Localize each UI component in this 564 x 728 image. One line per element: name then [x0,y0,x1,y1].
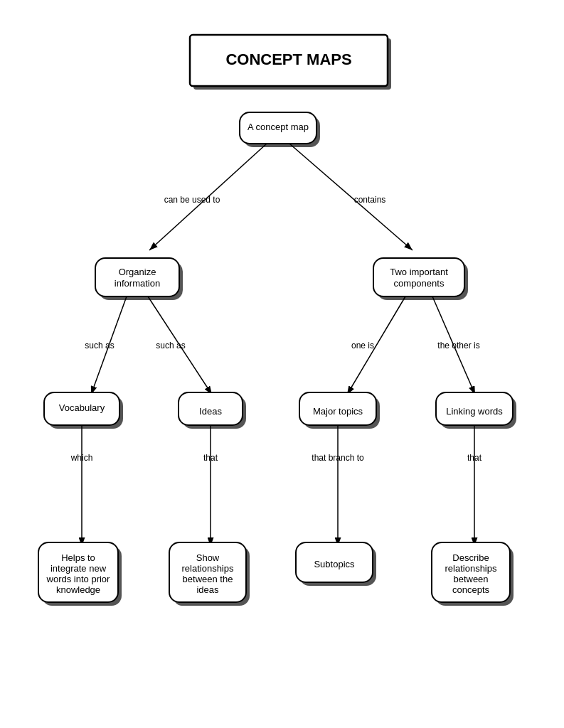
major-node-text: Major topics [313,406,363,417]
integrate-text3: words into prior [46,574,111,584]
integrate-text4: knowledge [56,584,100,595]
vocab-node-text: Vocabulary [59,402,105,413]
describe-text3: between [453,574,488,584]
arrow-root-right [289,144,413,250]
show-text2: relationships [182,563,234,574]
link-label-root-left: can be used to [164,195,220,205]
right-mid-node-text2: components [394,278,445,289]
right-mid-node-text: Two important [390,267,448,277]
link-label-left-ideas: such as [156,341,185,350]
show-text1: Show [196,552,220,563]
integrate-text1: Helps to [61,552,95,563]
describe-text4: concepts [452,584,490,595]
link-label-right-linking: the other is [437,341,479,350]
show-text3: between the [183,574,233,584]
concept-map-diagram: CONCEPT MAPS A concept map can be used t… [0,0,564,728]
page: CONCEPT MAPS A concept map can be used t… [0,0,564,728]
ideas-node-text: Ideas [199,406,222,417]
root-node-text: A concept map [248,122,309,132]
describe-text1: Describe [452,552,489,563]
left-mid-node-text2: information [115,278,160,289]
subtopics-node-text: Subtopics [314,559,355,569]
left-mid-node-text: Organize [119,267,156,277]
show-text4: ideas [196,584,219,595]
title-text: CONCEPT MAPS [225,50,351,68]
integrate-text2: integrate new [50,563,107,574]
describe-text2: relationships [445,563,497,574]
linking-node-text: Linking words [446,406,503,417]
link-label-right-major: one is [351,341,374,350]
